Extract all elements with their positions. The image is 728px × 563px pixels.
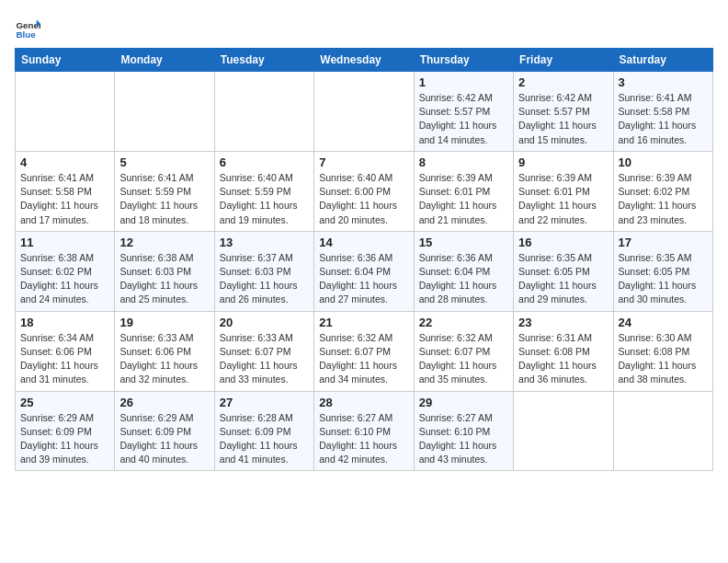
calendar-cell: 22Sunrise: 6:32 AM Sunset: 6:07 PM Dayli… xyxy=(414,311,513,391)
weekday-header-saturday: Saturday xyxy=(613,49,712,72)
day-info: Sunrise: 6:29 AM Sunset: 6:09 PM Dayligh… xyxy=(20,411,109,467)
day-info: Sunrise: 6:32 AM Sunset: 6:07 PM Dayligh… xyxy=(319,331,408,387)
calendar-cell xyxy=(115,72,214,152)
calendar-cell: 1Sunrise: 6:42 AM Sunset: 5:57 PM Daylig… xyxy=(414,72,513,152)
day-number: 28 xyxy=(319,396,408,409)
day-info: Sunrise: 6:41 AM Sunset: 5:58 PM Dayligh… xyxy=(619,91,708,147)
day-number: 8 xyxy=(419,155,508,169)
day-info: Sunrise: 6:36 AM Sunset: 6:04 PM Dayligh… xyxy=(419,251,508,307)
calendar-cell: 27Sunrise: 6:28 AM Sunset: 6:09 PM Dayli… xyxy=(214,391,313,471)
weekday-header-tuesday: Tuesday xyxy=(214,49,313,72)
calendar-table: SundayMondayTuesdayWednesdayThursdayFrid… xyxy=(15,48,713,471)
week-row-4: 18Sunrise: 6:34 AM Sunset: 6:06 PM Dayli… xyxy=(16,311,713,391)
day-number: 9 xyxy=(518,155,608,169)
calendar-cell: 3Sunrise: 6:41 AM Sunset: 5:58 PM Daylig… xyxy=(613,72,712,152)
day-info: Sunrise: 6:39 AM Sunset: 6:01 PM Dayligh… xyxy=(518,171,608,227)
day-info: Sunrise: 6:28 AM Sunset: 6:09 PM Dayligh… xyxy=(220,411,309,467)
day-info: Sunrise: 6:33 AM Sunset: 6:06 PM Dayligh… xyxy=(119,331,209,387)
day-info: Sunrise: 6:27 AM Sunset: 6:10 PM Dayligh… xyxy=(319,411,408,467)
logo: General Blue xyxy=(15,15,44,40)
day-info: Sunrise: 6:38 AM Sunset: 6:03 PM Dayligh… xyxy=(119,251,209,307)
day-info: Sunrise: 6:31 AM Sunset: 6:08 PM Dayligh… xyxy=(518,331,608,387)
day-info: Sunrise: 6:37 AM Sunset: 6:03 PM Dayligh… xyxy=(220,251,309,307)
day-number: 1 xyxy=(419,75,508,89)
calendar-cell: 5Sunrise: 6:41 AM Sunset: 5:59 PM Daylig… xyxy=(115,151,214,231)
weekday-header-monday: Monday xyxy=(115,49,214,72)
day-info: Sunrise: 6:34 AM Sunset: 6:06 PM Dayligh… xyxy=(20,331,109,387)
week-row-5: 25Sunrise: 6:29 AM Sunset: 6:09 PM Dayli… xyxy=(16,391,713,471)
calendar-cell: 12Sunrise: 6:38 AM Sunset: 6:03 PM Dayli… xyxy=(115,231,214,311)
calendar-cell: 9Sunrise: 6:39 AM Sunset: 6:01 PM Daylig… xyxy=(514,151,613,231)
calendar-cell xyxy=(314,72,414,152)
day-number: 19 xyxy=(119,316,209,329)
day-number: 24 xyxy=(619,316,708,329)
day-number: 15 xyxy=(419,236,508,249)
week-row-2: 4Sunrise: 6:41 AM Sunset: 5:58 PM Daylig… xyxy=(16,151,713,231)
calendar-cell: 2Sunrise: 6:42 AM Sunset: 5:57 PM Daylig… xyxy=(514,72,613,152)
day-info: Sunrise: 6:36 AM Sunset: 6:04 PM Dayligh… xyxy=(319,251,408,307)
calendar-cell: 15Sunrise: 6:36 AM Sunset: 6:04 PM Dayli… xyxy=(414,231,513,311)
calendar-cell: 23Sunrise: 6:31 AM Sunset: 6:08 PM Dayli… xyxy=(514,311,613,391)
day-number: 4 xyxy=(20,155,109,169)
header: General Blue xyxy=(15,15,713,40)
day-number: 20 xyxy=(220,316,309,329)
day-info: Sunrise: 6:40 AM Sunset: 5:59 PM Dayligh… xyxy=(220,171,309,227)
day-info: Sunrise: 6:42 AM Sunset: 5:57 PM Dayligh… xyxy=(419,91,508,147)
day-info: Sunrise: 6:27 AM Sunset: 6:10 PM Dayligh… xyxy=(419,411,508,467)
weekday-header-row: SundayMondayTuesdayWednesdayThursdayFrid… xyxy=(16,49,713,72)
calendar-cell xyxy=(613,391,712,471)
day-info: Sunrise: 6:39 AM Sunset: 6:01 PM Dayligh… xyxy=(419,171,508,227)
calendar-cell: 8Sunrise: 6:39 AM Sunset: 6:01 PM Daylig… xyxy=(414,151,513,231)
day-info: Sunrise: 6:41 AM Sunset: 5:59 PM Dayligh… xyxy=(119,171,209,227)
day-number: 26 xyxy=(119,396,209,409)
week-row-1: 1Sunrise: 6:42 AM Sunset: 5:57 PM Daylig… xyxy=(16,72,713,152)
calendar-cell: 7Sunrise: 6:40 AM Sunset: 6:00 PM Daylig… xyxy=(314,151,414,231)
weekday-header-wednesday: Wednesday xyxy=(314,49,414,72)
calendar-cell: 4Sunrise: 6:41 AM Sunset: 5:58 PM Daylig… xyxy=(16,151,115,231)
calendar-cell: 29Sunrise: 6:27 AM Sunset: 6:10 PM Dayli… xyxy=(414,391,513,471)
calendar-cell: 28Sunrise: 6:27 AM Sunset: 6:10 PM Dayli… xyxy=(314,391,414,471)
day-number: 5 xyxy=(119,155,209,169)
calendar-cell: 25Sunrise: 6:29 AM Sunset: 6:09 PM Dayli… xyxy=(16,391,115,471)
day-info: Sunrise: 6:38 AM Sunset: 6:02 PM Dayligh… xyxy=(20,251,109,307)
day-info: Sunrise: 6:32 AM Sunset: 6:07 PM Dayligh… xyxy=(419,331,508,387)
day-number: 17 xyxy=(619,236,708,249)
day-number: 13 xyxy=(220,236,309,249)
day-info: Sunrise: 6:33 AM Sunset: 6:07 PM Dayligh… xyxy=(220,331,309,387)
day-info: Sunrise: 6:39 AM Sunset: 6:02 PM Dayligh… xyxy=(619,171,708,227)
logo-icon: General Blue xyxy=(15,15,40,40)
day-number: 3 xyxy=(619,75,708,89)
weekday-header-thursday: Thursday xyxy=(414,49,513,72)
day-number: 27 xyxy=(220,396,309,409)
day-number: 12 xyxy=(119,236,209,249)
day-info: Sunrise: 6:29 AM Sunset: 6:09 PM Dayligh… xyxy=(119,411,209,467)
day-info: Sunrise: 6:42 AM Sunset: 5:57 PM Dayligh… xyxy=(518,91,608,147)
calendar-cell: 6Sunrise: 6:40 AM Sunset: 5:59 PM Daylig… xyxy=(214,151,313,231)
calendar-cell: 21Sunrise: 6:32 AM Sunset: 6:07 PM Dayli… xyxy=(314,311,414,391)
calendar-cell xyxy=(514,391,613,471)
day-number: 29 xyxy=(419,396,508,409)
day-number: 18 xyxy=(20,316,109,329)
calendar-cell: 18Sunrise: 6:34 AM Sunset: 6:06 PM Dayli… xyxy=(16,311,115,391)
calendar-cell: 26Sunrise: 6:29 AM Sunset: 6:09 PM Dayli… xyxy=(115,391,214,471)
day-info: Sunrise: 6:40 AM Sunset: 6:00 PM Dayligh… xyxy=(319,171,408,227)
day-info: Sunrise: 6:35 AM Sunset: 6:05 PM Dayligh… xyxy=(619,251,708,307)
calendar-cell: 10Sunrise: 6:39 AM Sunset: 6:02 PM Dayli… xyxy=(613,151,712,231)
day-number: 7 xyxy=(319,155,408,169)
day-number: 22 xyxy=(419,316,508,329)
day-info: Sunrise: 6:41 AM Sunset: 5:58 PM Dayligh… xyxy=(20,171,109,227)
calendar-cell: 14Sunrise: 6:36 AM Sunset: 6:04 PM Dayli… xyxy=(314,231,414,311)
day-info: Sunrise: 6:30 AM Sunset: 6:08 PM Dayligh… xyxy=(619,331,708,387)
calendar-cell: 24Sunrise: 6:30 AM Sunset: 6:08 PM Dayli… xyxy=(613,311,712,391)
day-number: 11 xyxy=(20,236,109,249)
weekday-header-friday: Friday xyxy=(514,49,613,72)
calendar-cell: 17Sunrise: 6:35 AM Sunset: 6:05 PM Dayli… xyxy=(613,231,712,311)
calendar-cell xyxy=(16,72,115,152)
day-number: 21 xyxy=(319,316,408,329)
weekday-header-sunday: Sunday xyxy=(16,49,115,72)
calendar-cell: 11Sunrise: 6:38 AM Sunset: 6:02 PM Dayli… xyxy=(16,231,115,311)
calendar-cell: 16Sunrise: 6:35 AM Sunset: 6:05 PM Dayli… xyxy=(514,231,613,311)
day-number: 10 xyxy=(619,155,708,169)
calendar-cell: 13Sunrise: 6:37 AM Sunset: 6:03 PM Dayli… xyxy=(214,231,313,311)
day-number: 2 xyxy=(518,75,608,89)
